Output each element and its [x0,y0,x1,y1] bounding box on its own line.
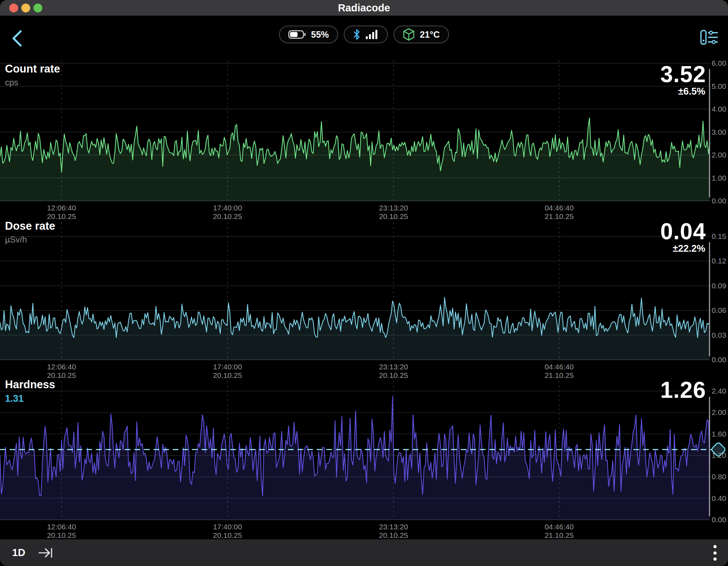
x-tick-label: 04:46:4021.10.25 [524,363,595,380]
x-tick-label: 23:13:2020.10.25 [358,204,429,221]
y-tick-label: 0.06 [712,306,727,315]
battery-status-pill[interactable]: 55% [279,26,338,43]
chart-header: Count rate cps [5,63,60,87]
y-tick-label: 1.60 [712,430,727,438]
signal-bars-icon [366,29,379,40]
device-settings-button[interactable] [699,27,719,47]
x-tick-label: 04:46:4021.10.25 [524,523,595,540]
y-tick-label: 2.40 [712,387,727,395]
battery-percent-label: 55% [311,30,329,40]
vertical-ellipsis-icon [713,545,717,548]
x-tick-label: 17:40:0020.10.25 [192,363,263,380]
uncertainty-value: ±6.5% [678,86,705,97]
current-value: 1.26 [660,377,706,403]
y-tick-label: 0.03 [712,331,727,340]
dose-rate-plot[interactable] [0,218,728,376]
device-sliders-icon [699,27,719,47]
chart-header: Dose rate µSv/h [5,220,55,245]
x-tick-label: 23:13:2020.10.25 [358,523,429,540]
title-bar: Radiacode [0,0,728,16]
y-tick-label: 0.80 [712,472,727,481]
bluetooth-status-pill[interactable] [344,26,388,43]
count-rate-plot[interactable] [0,60,728,218]
x-tick-label: 04:46:4021.10.25 [524,204,595,221]
y-tick-label: 2.00 [712,408,727,417]
y-tick-label: 4.00 [712,105,727,113]
skip-to-end-icon [38,546,54,560]
toolbar: 55% 21°C [0,16,728,60]
average-value: 1.31 [5,393,55,404]
y-tick-label: 1.20 [712,451,727,460]
chart-unit: cps [5,78,60,87]
chart-unit: µSv/h [5,235,55,245]
bottom-bar: 1D [0,539,728,566]
dose-rate-chart[interactable]: Dose rate µSv/h 0.04 ±22.2% 0.150.120.09… [0,218,728,376]
chart-header: Hardness 1.31 [5,378,55,404]
y-tick-label: 0.00 [712,356,727,364]
x-tick-label: 17:40:0020.10.25 [192,523,263,540]
x-tick-label: 23:13:2020.10.25 [358,363,429,380]
time-range-button[interactable]: 1D [12,539,25,566]
hardness-chart[interactable]: Hardness 1.31 1.26 2.402.001.601.200.800… [0,376,728,539]
overflow-menu-button[interactable] [712,545,718,561]
y-tick-label: 1.00 [712,174,727,182]
y-tick-label: 0.15 [712,232,727,241]
temperature-status-pill[interactable]: 21°C [394,26,449,43]
radiacode-window: Radiacode 55% [0,0,728,566]
current-value: 0.04 [660,218,706,245]
y-tick-label: 0.00 [712,197,727,205]
x-tick-label: 12:06:4020.10.25 [26,204,97,221]
chart-title: Hardness [5,378,55,391]
y-tick-label: 0.12 [712,257,727,265]
x-tick-label: 12:06:4020.10.25 [26,523,97,540]
x-tick-label: 17:40:0020.10.25 [192,204,263,221]
cube-icon [403,28,415,41]
count-rate-chart[interactable]: Count rate cps 3.52 ±6.5% 6.005.004.003.… [0,60,728,218]
y-tick-label: 0.40 [712,494,727,503]
uncertainty-value: ±22.2% [673,243,705,254]
y-tick-label: 0.00 [712,516,727,524]
chart-title: Dose rate [5,220,55,233]
battery-icon [288,30,306,39]
window-title: Radiacode [0,0,728,16]
y-tick-label: 0.09 [712,282,727,290]
y-tick-label: 2.00 [712,151,727,159]
y-tick-label: 6.00 [712,59,727,68]
hardness-plot[interactable] [0,376,728,539]
y-tick-label: 3.00 [712,128,727,137]
chart-title: Count rate [5,63,60,75]
bluetooth-icon [353,29,361,40]
y-tick-label: 5.00 [712,82,727,91]
skip-to-latest-button[interactable] [38,546,54,560]
current-value: 3.52 [660,61,706,87]
temperature-label: 21°C [420,30,440,40]
x-tick-label: 12:06:4020.10.25 [26,363,97,380]
status-pills: 55% 21°C [0,26,728,43]
